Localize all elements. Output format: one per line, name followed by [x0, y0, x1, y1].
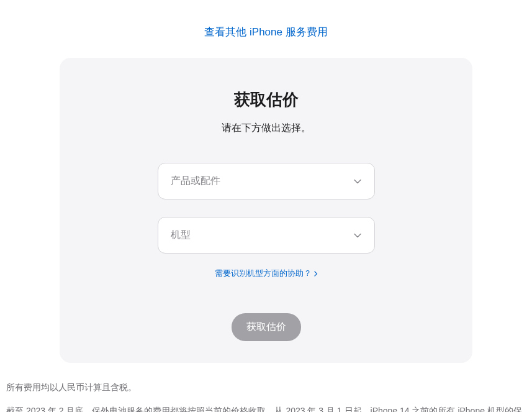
chevron-down-icon	[353, 177, 362, 186]
footer-line-2: 截至 2023 年 2 月底，保外电池服务的费用都将按照当前的价格收取。从 20…	[6, 404, 526, 412]
view-other-services-link[interactable]: 查看其他 iPhone 服务费用	[204, 26, 327, 38]
help-link-label: 需要识别机型方面的协助？	[215, 268, 312, 279]
chevron-down-icon	[353, 231, 362, 240]
footer-line-2a: 截至 2023 年 2 月底，保外电池服务的费用都将按照当前的价格收取。从 20…	[6, 406, 522, 412]
identify-model-help-link[interactable]: 需要识别机型方面的协助？	[215, 268, 318, 279]
product-select-placeholder: 产品或配件	[171, 175, 220, 188]
chevron-right-icon	[314, 271, 318, 277]
model-select[interactable]: 机型	[158, 217, 375, 254]
product-select[interactable]: 产品或配件	[158, 163, 375, 199]
get-estimate-button[interactable]: 获取估价	[232, 313, 301, 341]
footer-line-1: 所有费用均以人民币计算且含税。	[6, 380, 526, 395]
submit-row: 获取估价	[84, 313, 448, 341]
footer-notes: 所有费用均以人民币计算且含税。 截至 2023 年 2 月底，保外电池服务的费用…	[6, 380, 526, 412]
card-subtitle: 请在下方做出选择。	[84, 122, 448, 135]
card-title: 获取估价	[84, 89, 448, 111]
estimate-card: 获取估价 请在下方做出选择。 产品或配件 机型 需要识别机型方面的协助？ 获取估…	[60, 58, 472, 363]
top-link-container: 查看其他 iPhone 服务费用	[0, 0, 532, 58]
model-select-placeholder: 机型	[171, 229, 191, 242]
